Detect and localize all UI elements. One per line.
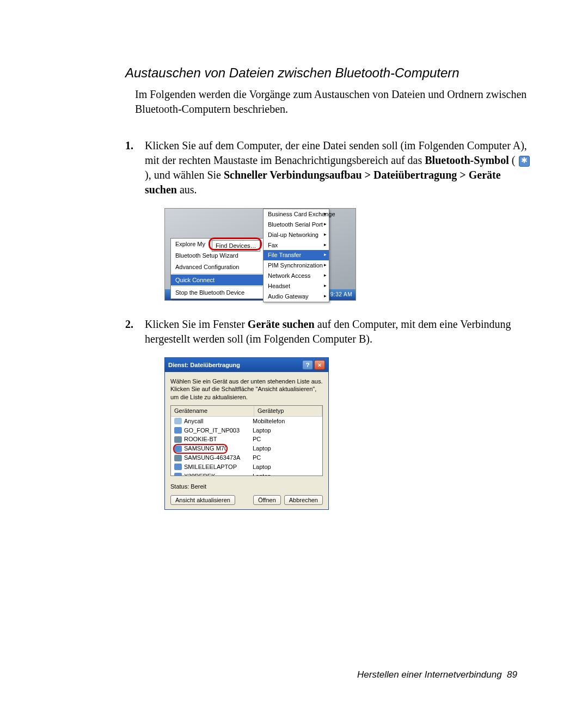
device-type: Laptop	[253, 463, 322, 471]
device-name: SMILELEELAPTOP	[184, 463, 253, 471]
device-type: Laptop	[253, 472, 322, 476]
chevron-right-icon: ▸	[324, 251, 327, 258]
device-name: SAMSUNG-463473A	[184, 454, 253, 462]
chevron-right-icon: ▸	[324, 282, 327, 289]
laptop-icon	[174, 473, 182, 476]
device-name: Anycall	[184, 417, 253, 425]
laptop-icon	[174, 427, 182, 434]
menu-stop-bluetooth[interactable]: Stop the Bluetooth Device	[171, 287, 264, 298]
col-device-name[interactable]: Gerätename	[171, 406, 254, 416]
step-1: 1. Klicken Sie auf dem Computer, der ein…	[125, 138, 534, 301]
menu-separator	[172, 286, 262, 287]
status-text: Status: Bereit	[170, 483, 323, 491]
list-header: Gerätename Gerätetyp	[171, 406, 322, 417]
device-name: SAMSUNG M70	[184, 444, 253, 453]
pc-icon	[174, 455, 182, 461]
device-type: Mobiltelefon	[253, 417, 322, 425]
footer-text: Herstellen einer Internetverbindung	[357, 669, 502, 680]
submenu-serial-port[interactable]: Bluetooth Serial Port▸	[264, 220, 329, 230]
find-devices-tooltip[interactable]: Find Devices…	[212, 240, 260, 252]
submenu-headset[interactable]: Headset▸	[264, 281, 329, 291]
page-number: 89	[507, 669, 517, 680]
paren-close: ), und wählen Sie	[145, 169, 224, 181]
step2-text-a: Klicken Sie im Fenster	[145, 318, 248, 330]
device-type: Laptop	[253, 426, 322, 435]
device-row[interactable]: ROOKIE-BTPC	[171, 435, 322, 444]
dialog-instructions: Wählen Sie ein Gerät aus der unten stehe…	[170, 377, 323, 401]
chevron-right-icon: ▸	[324, 241, 327, 248]
step-2: 2. Klicken Sie im Fenster Geräte suchen …	[125, 317, 534, 510]
submenu-fax[interactable]: Fax▸	[264, 240, 329, 251]
submenu-audio-gateway[interactable]: Audio Gateway▸	[264, 291, 329, 302]
laptop-icon	[174, 464, 182, 470]
step1-bold-bt: Bluetooth-Symbol	[425, 154, 509, 166]
section-title: Austauschen von Dateien zwischen Bluetoo…	[125, 65, 534, 81]
quick-connect-submenu: Business Card Exchange▸ Bluetooth Serial…	[263, 209, 329, 302]
taskbar-clock: 9:32 AM	[330, 291, 352, 298]
device-row[interactable]: SAMSUNG-463473APC	[171, 453, 322, 462]
device-name: ROOKIE-BT	[184, 435, 253, 443]
device-row[interactable]: SMILELEELAPTOPLaptop	[171, 462, 322, 472]
chevron-right-icon: ▸	[324, 210, 327, 217]
screenshot-context-menu: Find Devices… Explore My Bluetooth Setup…	[164, 208, 356, 301]
close-button[interactable]: ×	[314, 360, 325, 370]
submenu-file-transfer[interactable]: File Transfer▸	[264, 250, 329, 260]
bluetooth-icon	[519, 156, 530, 167]
laptop-icon	[174, 446, 182, 452]
menu-quick-connect[interactable]: Quick Connect	[171, 275, 264, 286]
intro-paragraph: Im Folgenden werden die Vorgänge zum Aus…	[125, 87, 534, 117]
phone-icon	[174, 418, 182, 424]
menu-setup-wizard[interactable]: Bluetooth Setup Wizard	[171, 250, 264, 261]
device-name: GO_FOR_IT_NP003	[184, 426, 253, 435]
step1-tail: aus.	[180, 184, 197, 196]
device-type: PC	[253, 435, 322, 443]
device-row[interactable]: X30DEREKLaptop	[171, 472, 322, 476]
step2-bold: Geräte suchen	[248, 318, 315, 330]
dialog-titlebar: Dienst: Dateiübertragung ? ×	[165, 358, 328, 372]
dialog-title: Dienst: Dateiübertragung	[168, 361, 240, 369]
chevron-right-icon: ▸	[324, 221, 327, 227]
step-number: 2.	[125, 317, 133, 332]
submenu-network-access[interactable]: Network Access▸	[264, 271, 329, 281]
paren-open: (	[512, 154, 518, 166]
menu-advanced-config[interactable]: Advanced Configuration	[171, 261, 264, 273]
refresh-button[interactable]: Ansicht aktualisieren	[170, 495, 235, 505]
device-row[interactable]: AnycallMobiltelefon	[171, 417, 322, 426]
device-list: Gerätename Gerätetyp AnycallMobiltelefon…	[170, 405, 323, 476]
screenshot-device-dialog: Dienst: Dateiübertragung ? × Wählen Sie …	[164, 357, 329, 510]
chevron-right-icon: ▸	[324, 272, 327, 278]
device-row[interactable]: SAMSUNG M70Laptop	[171, 444, 322, 453]
device-name: X30DEREK	[184, 472, 253, 476]
page-footer: Herstellen einer Internetverbindung 89	[357, 669, 517, 680]
pc-icon	[174, 436, 182, 443]
step-number: 1.	[125, 138, 133, 153]
open-button[interactable]: Öffnen	[253, 495, 281, 505]
device-type: Laptop	[253, 444, 322, 453]
device-row[interactable]: GO_FOR_IT_NP003Laptop	[171, 426, 322, 435]
help-button[interactable]: ?	[302, 360, 313, 370]
cancel-button[interactable]: Abbrechen	[284, 495, 323, 505]
submenu-bce[interactable]: Business Card Exchange▸	[264, 209, 329, 220]
submenu-dialup[interactable]: Dial-up Networking▸	[264, 230, 329, 240]
submenu-pim-sync[interactable]: PIM Synchronization▸	[264, 260, 329, 271]
device-type: PC	[253, 454, 322, 462]
chevron-right-icon: ▸	[324, 292, 327, 299]
chevron-right-icon: ▸	[324, 261, 327, 268]
chevron-right-icon: ▸	[324, 231, 327, 237]
menu-separator	[172, 273, 262, 274]
col-device-type[interactable]: Gerätetyp	[254, 406, 322, 416]
